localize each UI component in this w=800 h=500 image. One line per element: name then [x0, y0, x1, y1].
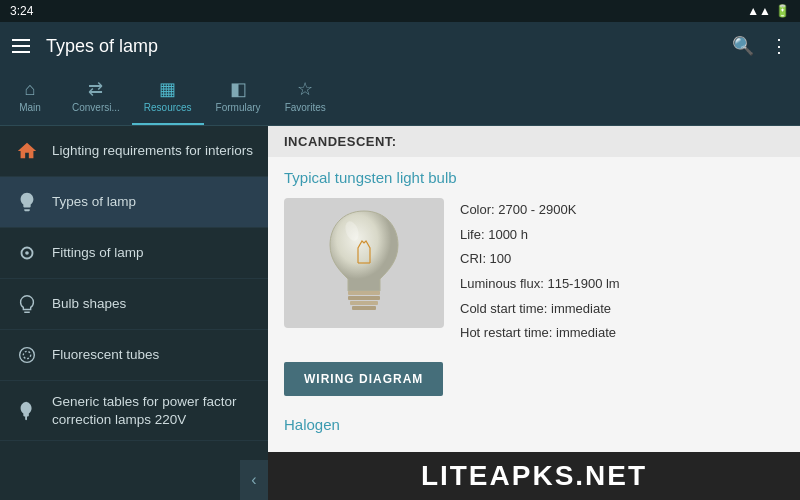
more-options-button[interactable]: ⋮ [770, 35, 788, 57]
content-panel: INCANDESCENT: Typical tungsten light bul… [268, 126, 800, 500]
spec-color: Color: 2700 - 2900K [460, 198, 784, 223]
time: 3:24 [10, 4, 33, 18]
status-icons: ▲▲ 🔋 [747, 4, 790, 18]
tab-favorites-label: Favorites [285, 102, 326, 113]
sidebar-item-generic[interactable]: Generic tables for power factor correcti… [0, 381, 268, 441]
page-title: Types of lamp [46, 36, 716, 57]
tab-formulary[interactable]: ◧ Formulary [204, 70, 273, 125]
fittings-label: Fittings of lamp [52, 244, 144, 262]
sidebar-item-fluorescent[interactable]: Fluorescent tubes [0, 330, 268, 381]
bulb-image [284, 198, 444, 328]
bulb-shapes-label: Bulb shapes [52, 295, 126, 313]
tab-conversions-label: Conversi... [72, 102, 120, 113]
svg-point-1 [25, 251, 29, 255]
fittings-icon [14, 240, 40, 266]
favorites-icon: ☆ [297, 78, 313, 100]
tab-main[interactable]: ⌂ Main [0, 70, 60, 125]
spec-flux: Luminous flux: 115-1900 lm [460, 272, 784, 297]
tab-resources[interactable]: ▦ Resources [132, 70, 204, 125]
battery-icon: 🔋 [775, 4, 790, 18]
svg-rect-5 [348, 296, 380, 300]
svg-rect-4 [348, 291, 380, 295]
types-label: Types of lamp [52, 193, 136, 211]
menu-button[interactable] [12, 39, 30, 53]
content-header: INCANDESCENT: [268, 126, 800, 157]
spec-cri: CRI: 100 [460, 247, 784, 272]
bulb-section: Color: 2700 - 2900K Life: 1000 h CRI: 10… [268, 194, 800, 358]
tab-resources-label: Resources [144, 102, 192, 113]
main-content: Lighting requirements for interiors Type… [0, 126, 800, 500]
tab-formulary-label: Formulary [216, 102, 261, 113]
generic-icon [14, 398, 40, 424]
fluorescent-icon [14, 342, 40, 368]
lighting-label: Lighting requirements for interiors [52, 142, 253, 160]
formulary-icon: ◧ [230, 78, 247, 100]
tab-favorites[interactable]: ☆ Favorites [273, 70, 338, 125]
svg-point-2 [20, 348, 35, 363]
sidebar: Lighting requirements for interiors Type… [0, 126, 268, 500]
resources-icon: ▦ [159, 78, 176, 100]
sidebar-item-types[interactable]: Types of lamp [0, 177, 268, 228]
app-bar: Types of lamp 🔍 ⋮ [0, 22, 800, 70]
fluorescent-label: Fluorescent tubes [52, 346, 159, 364]
sidebar-item-fittings[interactable]: Fittings of lamp [0, 228, 268, 279]
tab-conversions[interactable]: ⇄ Conversi... [60, 70, 132, 125]
main-icon: ⌂ [25, 79, 36, 100]
home-icon [14, 138, 40, 164]
status-bar: 3:24 ▲▲ 🔋 [0, 0, 800, 22]
bulb-svg [314, 203, 414, 323]
bulb-specs: Color: 2700 - 2900K Life: 1000 h CRI: 10… [460, 198, 784, 346]
sidebar-item-lighting[interactable]: Lighting requirements for interiors [0, 126, 268, 177]
section2-title: Halogen [268, 408, 800, 441]
sidebar-item-bulb-shapes[interactable]: Bulb shapes [0, 279, 268, 330]
spec-life: Life: 1000 h [460, 223, 784, 248]
tab-bar: ⌂ Main ⇄ Conversi... ▦ Resources ◧ Formu… [0, 70, 800, 126]
svg-point-3 [23, 351, 30, 358]
wifi-icon: ▲▲ [747, 4, 771, 18]
bulb-shapes-icon [14, 291, 40, 317]
spec-cold-start: Cold start time: immediate [460, 297, 784, 322]
wiring-diagram-button[interactable]: WIRING DIAGRAM [284, 362, 443, 396]
search-button[interactable]: 🔍 [732, 35, 754, 57]
svg-rect-6 [350, 301, 378, 305]
svg-rect-7 [352, 306, 376, 310]
spec-hot-restart: Hot restart time: immediate [460, 321, 784, 346]
section1-title: Typical tungsten light bulb [268, 157, 800, 194]
app-bar-icons: 🔍 ⋮ [732, 35, 788, 57]
tab-main-label: Main [19, 102, 41, 113]
sidebar-collapse-button[interactable]: ‹ [240, 460, 268, 500]
generic-label: Generic tables for power factor correcti… [52, 393, 254, 428]
bulb-icon [14, 189, 40, 215]
conversions-icon: ⇄ [88, 78, 103, 100]
